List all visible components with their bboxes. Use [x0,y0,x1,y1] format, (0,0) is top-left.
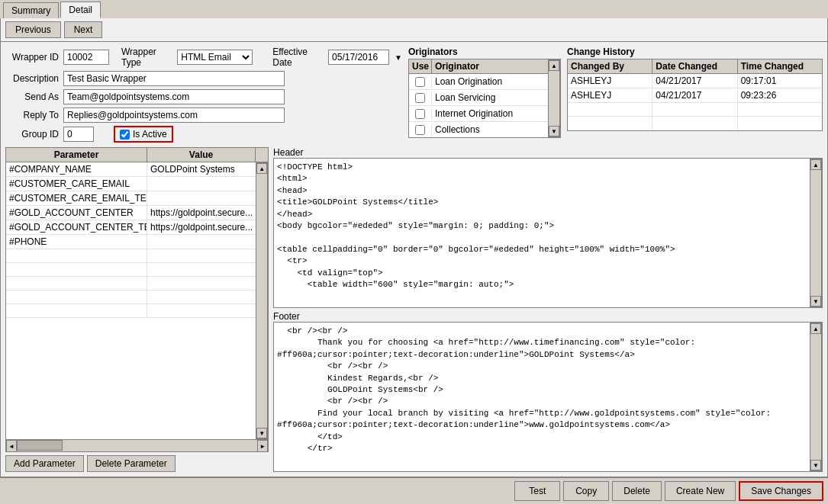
param-rows: #COMPANY_NAME GOLDPoint Systems #CUSTOME… [6,162,256,439]
param-scroll-down[interactable]: ▼ [256,428,267,438]
footer-editor[interactable]: <br /><br /> Thank you for choosing <a h… [274,323,810,471]
orig-header: Use Originator [409,59,548,74]
ch-datechanged-0: 04/21/2017 [652,74,737,88]
change-history-section: Change History Changed By Date Changed T… [567,47,823,143]
param-horiz-scroll[interactable]: ◄ ► [6,439,268,451]
add-parameter-button[interactable]: Add Parameter [5,455,84,472]
wrapper-info-row: Wrapper ID Wrapper Type HTML Email Effec… [5,47,402,68]
orig-use-3[interactable] [409,124,432,136]
ch-row-0: ASHLEYJ 04/21/2017 09:17:01 [568,74,822,88]
orig-row-2: Internet Origination [409,106,548,122]
header-editor-wrapper: <!DOCTYPE html> <html> <head> <title>GOL… [273,158,823,308]
groupid-input[interactable] [63,127,94,142]
main-container: Summary Detail Previous Next Wrapper ID … [0,0,828,504]
orig-cb-0[interactable] [415,77,425,87]
param-name-1: #CUSTOMER_CARE_EMAIL [6,177,147,191]
delete-button[interactable]: Delete [612,481,662,501]
orig-scroll-down[interactable]: ▼ [549,126,559,136]
orig-row-3: Collections [409,122,548,137]
groupid-label: Group ID [5,129,59,140]
param-section: Parameter Value #COMPANY_NAME GOLDPoint … [5,147,269,472]
param-buttons-row: Add Parameter Delete Parameter [5,455,269,472]
orig-name-2: Internet Origination [432,107,548,120]
editor-section: Header <!DOCTYPE html> <html> <head> <ti… [273,147,823,472]
wrapper-type-select[interactable]: HTML Email [177,50,253,65]
sendas-input[interactable] [63,89,285,104]
save-changes-button[interactable]: Save Changes [739,481,823,501]
orig-use-1[interactable] [409,91,432,104]
param-scroll-right[interactable]: ► [257,440,268,452]
param-scroll-left[interactable]: ◄ [6,440,17,452]
create-new-button[interactable]: Create New [665,481,736,501]
footer-label: Footer [273,311,823,322]
is-active-area: Is Active [114,126,173,143]
orig-cb-1[interactable] [415,93,425,103]
ch-empty-1c [738,117,822,130]
param-row-4: #GOLD_ACCOUNT_CENTER_TEXT https://goldpo… [6,220,256,235]
next-button[interactable]: Next [64,21,103,38]
originators-title: Originators [408,47,561,57]
footer-scroll-thumb [810,334,821,460]
description-row: Description [5,71,402,86]
middle-section: Parameter Value #COMPANY_NAME GOLDPoint … [5,147,823,472]
orig-cb-3[interactable] [415,125,425,135]
tab-detail[interactable]: Detail [60,2,101,18]
ch-changedby-1: ASHLEYJ [568,88,652,102]
footer-scroll-down[interactable]: ▼ [810,460,821,470]
description-label: Description [5,73,59,84]
nav-row: Previous Next [0,18,828,42]
param-empty-1 [6,263,256,277]
param-horiz-thumb[interactable] [17,440,63,451]
header-editor[interactable]: <!DOCTYPE html> <html> <head> <title>GOL… [274,159,810,307]
param-val-0: GOLDPoint Systems [147,162,256,176]
header-scroll-down[interactable]: ▼ [810,296,821,307]
ch-row-empty-1 [568,117,822,130]
orig-name-1: Loan Servicing [432,91,548,104]
orig-name-header: Originator [432,59,548,73]
orig-scrollbar[interactable]: ▲ ▼ [548,59,560,137]
left-fields: Wrapper ID Wrapper Type HTML Email Effec… [5,47,402,143]
orig-name-3: Collections [432,123,548,136]
orig-table: Use Originator Loan Origination Loan Ser… [409,59,548,137]
header-scrollbar[interactable]: ▲ ▼ [810,159,822,307]
replyto-input[interactable] [63,108,285,123]
tab-summary[interactable]: Summary [3,2,59,18]
param-scroll-thumb [256,174,267,428]
previous-button[interactable]: Previous [5,21,61,38]
param-name-2: #CUSTOMER_CARE_EMAIL_TEXT [6,191,147,205]
delete-parameter-button[interactable]: Delete Parameter [87,455,176,472]
orig-wrapper: Use Originator Loan Origination Loan Ser… [408,59,561,138]
ch-datechanged-1: 04/21/2017 [652,88,737,102]
param-scrollbar[interactable]: ▲ ▼ [256,162,268,439]
test-button[interactable]: Test [514,481,560,501]
ch-empty-0b [652,103,737,116]
tabs-row: Summary Detail [0,0,828,18]
param-scroll-up[interactable]: ▲ [256,163,267,174]
orig-scroll-thumb [549,71,559,126]
param-name-3: #GOLD_ACCOUNT_CENTER [6,206,147,220]
orig-use-2[interactable] [409,108,432,120]
header-scroll-up[interactable]: ▲ [810,159,821,170]
is-active-checkbox[interactable] [120,130,130,140]
orig-scroll-up[interactable]: ▲ [549,60,559,71]
copy-button[interactable]: Copy [563,481,609,501]
wrapper-id-input[interactable] [63,50,109,65]
description-input[interactable] [63,71,285,86]
ch-header-datechanged: Date Changed [652,59,737,73]
ch-empty-1a [568,117,652,130]
date-dropdown-icon[interactable]: ▼ [395,53,402,62]
replyto-row: Reply To [5,108,402,123]
orig-row-0: Loan Origination [409,74,548,90]
footer-scroll-up[interactable]: ▲ [810,323,821,334]
orig-use-header: Use [409,59,432,73]
content-area: Wrapper ID Wrapper Type HTML Email Effec… [0,42,828,477]
orig-use-0[interactable] [409,75,432,88]
ch-empty-1b [652,117,737,130]
effective-date-input[interactable] [328,50,389,65]
param-val-2 [147,191,256,205]
orig-cb-2[interactable] [415,109,425,119]
param-header-name: Parameter [6,148,147,162]
param-empty-2 [6,277,256,291]
footer-scrollbar[interactable]: ▲ ▼ [810,323,822,471]
param-val-3: https://goldpoint.secure... [147,206,256,220]
